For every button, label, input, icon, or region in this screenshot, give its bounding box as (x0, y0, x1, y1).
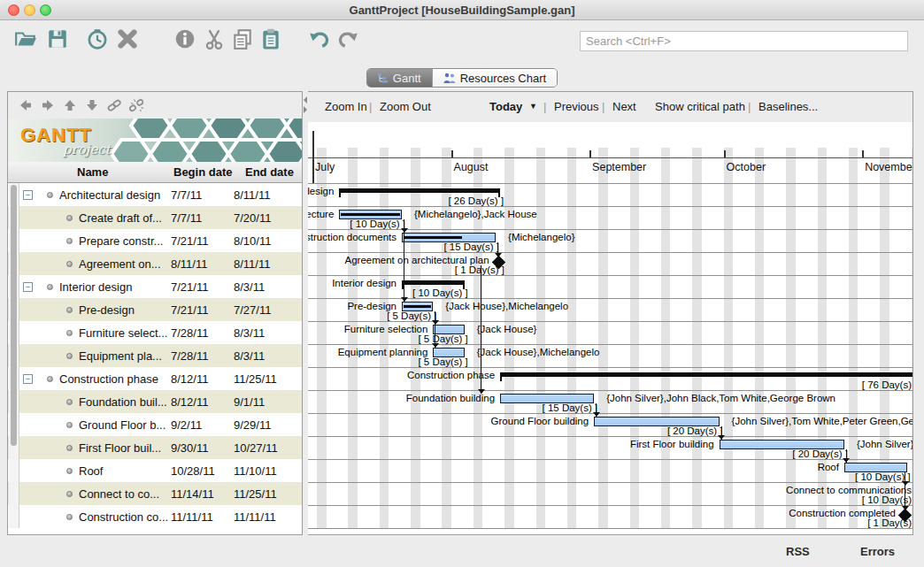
task-begin-date-cell: 7/7/11 (171, 211, 202, 225)
task-bullet-icon (66, 422, 73, 428)
errors-status-button[interactable]: Errors (860, 545, 895, 558)
dependency-arrowhead (902, 506, 909, 514)
main-toolbar (0, 20, 924, 64)
table-row[interactable]: −Architectural design7/7/118/11/11 (8, 183, 302, 206)
search-input[interactable] (580, 31, 908, 51)
duration-label: [ 20 Day(s) ] (689, 448, 848, 459)
copy-button[interactable] (231, 27, 254, 50)
column-header-end[interactable]: End date (245, 165, 294, 179)
grid-line (308, 436, 913, 437)
table-vertical-scrollbar[interactable] (9, 183, 19, 528)
task-name-cell: Construction phase (59, 372, 158, 386)
previous-button[interactable]: Previous (554, 100, 599, 113)
resources-label: {Jack House} (477, 324, 537, 334)
table-row[interactable]: −Construction phase8/12/1111/25/11 (8, 367, 302, 390)
unlink-tasks-button[interactable] (129, 98, 143, 112)
show-critical-path-button[interactable]: Show critical path (655, 100, 745, 113)
gantt-chart-canvas[interactable]: JulyAugustSeptemberOctoberNovemberArchit… (308, 122, 913, 535)
task-name-label: Architectural design (308, 186, 334, 196)
table-row[interactable]: Pre-design7/21/117/27/11 (8, 298, 302, 321)
task-name-cell: Equipment pla... (79, 349, 162, 363)
today-dropdown-caret[interactable]: ▼ (529, 102, 537, 111)
column-header-name[interactable]: Name (77, 165, 108, 179)
zoom-out-button[interactable]: Zoom Out (380, 100, 431, 113)
indent-left-arrow-button[interactable] (19, 98, 33, 112)
gantt-summary-bar[interactable] (500, 372, 913, 377)
tab-resources-chart[interactable]: Resources Chart (432, 69, 558, 87)
tab-gantt[interactable]: Gantt (367, 69, 432, 87)
open-project-button[interactable] (14, 27, 37, 50)
duration-label: [ 26 Day(s) ] (344, 195, 504, 206)
table-row[interactable]: −Interior design7/21/118/3/11 (8, 275, 302, 298)
grid-line (308, 344, 913, 345)
table-row[interactable]: Create draft of...7/7/117/20/11 (8, 206, 302, 229)
baselines-button[interactable]: Baselines... (758, 100, 818, 113)
undo-button[interactable] (308, 27, 331, 50)
task-end-date-cell: 11/11/11 (234, 510, 276, 524)
task-name-cell: Construction co... (79, 510, 168, 524)
cut-button[interactable] (203, 27, 226, 50)
task-bullet-icon (66, 238, 73, 244)
expand-collapse-toggle[interactable]: − (23, 282, 33, 292)
delete-task-button[interactable] (116, 27, 139, 50)
table-row[interactable]: Agreement on...8/11/118/11/11 (8, 252, 302, 275)
table-row[interactable]: Construction co...11/11/1111/11/11 (8, 505, 302, 528)
table-row[interactable]: Equipment pla...7/28/118/3/11 (8, 344, 302, 367)
scrollbar-thumb[interactable] (11, 185, 17, 446)
rss-status-button[interactable]: RSS (786, 545, 810, 558)
duration-label: [ 20 Day(s) ] (564, 425, 723, 436)
column-header-begin[interactable]: Begin date (173, 165, 232, 179)
collapse-right-arrow[interactable] (304, 106, 307, 113)
next-button[interactable]: Next (612, 100, 636, 113)
gantt-summary-bar[interactable] (339, 188, 500, 193)
dependency-line (481, 265, 481, 394)
collapse-left-arrow[interactable] (304, 96, 307, 103)
duration-label: [ 1 Day(s) (752, 517, 912, 528)
task-bullet-icon (66, 514, 73, 520)
paste-button[interactable] (259, 27, 282, 50)
task-table-body: −Architectural design7/7/118/11/11Create… (8, 183, 302, 528)
table-row[interactable]: Foundation buil...8/12/119/1/11 (8, 390, 302, 413)
grid-line (308, 229, 913, 230)
task-table-panel: GANTT project Name Begin date End date −… (7, 91, 303, 535)
table-row[interactable]: Furniture select...7/28/118/3/11 (8, 321, 302, 344)
expand-collapse-toggle[interactable]: − (23, 190, 33, 200)
table-row[interactable]: Prepare constr...7/21/118/10/11 (8, 229, 302, 252)
duration-label: [ 5 Day(s) ] (308, 310, 436, 321)
table-row[interactable]: Ground Floor b...9/2/119/29/11 (8, 413, 302, 436)
scissors-icon (203, 27, 226, 50)
logo-project-text: project (63, 142, 111, 157)
properties-button[interactable] (173, 27, 196, 50)
resources-label: {Jack House},Michelangelo (477, 347, 600, 357)
resources-label: {John Silver},To (857, 439, 913, 449)
redo-button[interactable] (336, 27, 359, 50)
today-button[interactable]: Today (489, 100, 522, 113)
task-end-date-cell: 10/27/11 (234, 441, 278, 455)
task-end-date-cell: 11/10/11 (234, 464, 277, 478)
table-row[interactable]: First Floor buil...9/30/1110/27/11 (8, 436, 302, 459)
zoom-in-button[interactable]: Zoom In (325, 100, 367, 113)
ganttproject-logo-banner: GANTT project (8, 119, 302, 162)
weekend-stripe (509, 148, 513, 528)
link-tasks-button[interactable] (107, 98, 121, 112)
expand-collapse-toggle[interactable]: − (23, 374, 33, 384)
clipboard-icon (259, 27, 282, 50)
progress-line (404, 305, 431, 308)
move-down-arrow-button[interactable] (85, 98, 99, 112)
task-name-cell: Pre-design (79, 303, 135, 317)
manage-time-button[interactable] (86, 27, 109, 50)
indent-right-arrow-button[interactable] (41, 98, 55, 112)
window-title: GanttProject [HouseBuildingSample.gan] (0, 4, 924, 17)
duration-label: [ 76 Day(s) (752, 379, 912, 390)
dependency-arrowhead (401, 297, 408, 305)
task-begin-date-cell: 8/12/11 (171, 372, 208, 386)
table-row[interactable]: Connect to co...11/14/1111/25/11 (8, 482, 302, 505)
gantt-summary-bar[interactable] (402, 280, 465, 285)
task-begin-date-cell: 7/21/11 (171, 303, 208, 317)
table-row[interactable]: Roof10/28/1111/10/11 (8, 459, 302, 482)
move-up-arrow-button[interactable] (63, 98, 77, 112)
save-project-button[interactable] (46, 27, 69, 50)
grid-line (308, 183, 913, 184)
task-name-cell: Roof (79, 464, 103, 478)
task-begin-date-cell: 10/28/11 (171, 464, 215, 478)
